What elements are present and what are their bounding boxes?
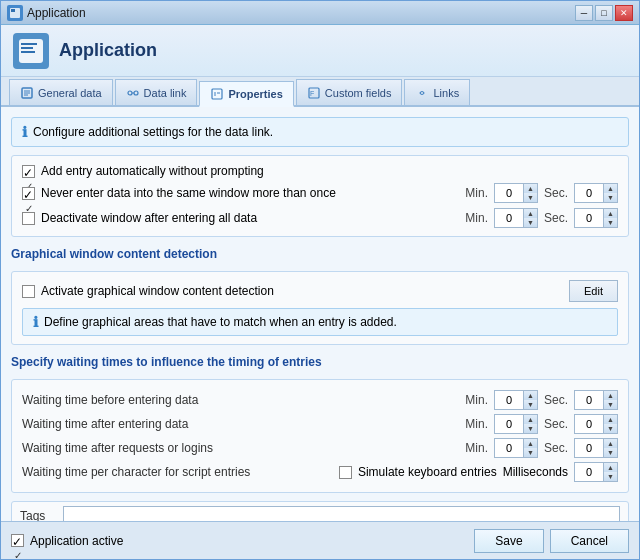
- simulate-checkbox[interactable]: [339, 466, 352, 479]
- maximize-button[interactable]: □: [595, 5, 613, 21]
- checkboxes-section: ✓ Add entry automatically without prompt…: [11, 155, 629, 237]
- w2-sec-up[interactable]: ▲: [603, 415, 617, 424]
- w3-min-input[interactable]: [495, 439, 523, 457]
- svg-rect-1: [11, 9, 15, 12]
- waiting-label-3: Waiting time after requests or logins: [22, 441, 465, 455]
- graphical-checkbox[interactable]: [22, 285, 35, 298]
- deactivate-checkbox[interactable]: [22, 212, 35, 225]
- w1-min-up[interactable]: ▲: [523, 391, 537, 400]
- tab-custom-label: Custom fields: [325, 87, 392, 99]
- edit-button[interactable]: Edit: [569, 280, 618, 302]
- w1-sec-down[interactable]: ▼: [603, 400, 617, 409]
- add-entry-label: Add entry automatically without promptin…: [41, 164, 264, 178]
- tab-custom[interactable]: F Custom fields: [296, 79, 403, 105]
- info-message: Configure additional settings for the da…: [33, 125, 273, 139]
- sec-input-2[interactable]: [575, 209, 603, 227]
- deactivate-row: Deactivate window after entering all dat…: [22, 208, 618, 228]
- tab-properties[interactable]: Properties: [199, 81, 293, 107]
- sec-spinner-1: ▲ ▼: [574, 183, 618, 203]
- sec-down-1[interactable]: ▼: [603, 193, 617, 202]
- tags-input[interactable]: [63, 506, 620, 521]
- sec-up-1[interactable]: ▲: [603, 184, 617, 193]
- waiting-row-1: Waiting time before entering data Min. ▲…: [22, 388, 618, 412]
- ms-input[interactable]: [575, 463, 603, 481]
- w2-sec-down[interactable]: ▼: [603, 424, 617, 433]
- deactivate-label: Deactivate window after entering all dat…: [41, 211, 257, 225]
- min-input-2[interactable]: [495, 209, 523, 227]
- w2-min-input[interactable]: [495, 415, 523, 433]
- tags-section: Tags: [11, 501, 629, 521]
- waiting-section: Waiting time before entering data Min. ▲…: [11, 379, 629, 493]
- tab-custom-icon: F: [307, 86, 321, 100]
- w3-sec-input[interactable]: [575, 439, 603, 457]
- min-up-2[interactable]: ▲: [523, 209, 537, 218]
- graphical-heading: Graphical window content detection: [11, 247, 629, 261]
- min-spinner-1: ▲ ▼: [494, 183, 538, 203]
- min-up-1[interactable]: ▲: [523, 184, 537, 193]
- window-title: Application: [27, 6, 86, 20]
- w3-min-down[interactable]: ▼: [523, 448, 537, 457]
- sec-input-1[interactable]: [575, 184, 603, 202]
- w2-min-down[interactable]: ▼: [523, 424, 537, 433]
- svg-point-10: [128, 91, 132, 95]
- min-label-2: Min.: [465, 211, 488, 225]
- min-down-2[interactable]: ▼: [523, 218, 537, 227]
- w1-min-down[interactable]: ▼: [523, 400, 537, 409]
- header-icon: [13, 33, 49, 69]
- add-entry-checkbox[interactable]: ✓: [22, 165, 35, 178]
- w1-min-input[interactable]: [495, 391, 523, 409]
- header-title: Application: [59, 40, 157, 61]
- save-button[interactable]: Save: [474, 529, 543, 553]
- svg-point-11: [134, 91, 138, 95]
- min-spinner-2: ▲ ▼: [494, 208, 538, 228]
- never-enter-checkbox[interactable]: ✓: [22, 187, 35, 200]
- w1-sec-input[interactable]: [575, 391, 603, 409]
- min-down-1[interactable]: ▼: [523, 193, 537, 202]
- graphical-checkbox-label: Activate graphical window content detect…: [41, 284, 274, 298]
- w2-sec-input[interactable]: [575, 415, 603, 433]
- sec-label-1: Sec.: [544, 186, 568, 200]
- tab-links-label: Links: [433, 87, 459, 99]
- tab-datalink[interactable]: Data link: [115, 79, 198, 105]
- app-active-checkbox[interactable]: ✓: [11, 534, 24, 547]
- w3-sec-up[interactable]: ▲: [603, 439, 617, 448]
- application-window: Application ─ □ ✕ Application General da…: [0, 0, 640, 560]
- info-box: ℹ Configure additional settings for the …: [11, 117, 629, 147]
- minimize-button[interactable]: ─: [575, 5, 593, 21]
- define-info-icon: ℹ: [33, 314, 38, 330]
- info-icon: ℹ: [22, 124, 27, 140]
- w3-min-up[interactable]: ▲: [523, 439, 537, 448]
- milliseconds-label: Milliseconds: [503, 465, 568, 479]
- header: Application: [1, 25, 639, 77]
- sec-down-2[interactable]: ▼: [603, 218, 617, 227]
- min-input-1[interactable]: [495, 184, 523, 202]
- tab-bar: General data Data link Properties F Cust…: [1, 77, 639, 107]
- w1-sec-up[interactable]: ▲: [603, 391, 617, 400]
- tab-links[interactable]: Links: [404, 79, 470, 105]
- waiting-row-2: Waiting time after entering data Min. ▲ …: [22, 412, 618, 436]
- waiting-row-4: Waiting time per character for script en…: [22, 460, 618, 484]
- cancel-button[interactable]: Cancel: [550, 529, 629, 553]
- tab-datalink-icon: [126, 86, 140, 100]
- waiting-heading: Specify waiting times to influence the t…: [11, 355, 629, 369]
- w3-sec-down[interactable]: ▼: [603, 448, 617, 457]
- waiting-label-4: Waiting time per character for script en…: [22, 465, 339, 479]
- app-active-label: Application active: [30, 534, 123, 548]
- w2-sec-label: Sec.: [544, 417, 568, 431]
- tab-general-label: General data: [38, 87, 102, 99]
- ms-down[interactable]: ▼: [603, 472, 617, 481]
- ms-up[interactable]: ▲: [603, 463, 617, 472]
- min-label-1: Min.: [465, 186, 488, 200]
- sec-up-2[interactable]: ▲: [603, 209, 617, 218]
- svg-rect-5: [21, 51, 35, 53]
- w2-min-up[interactable]: ▲: [523, 415, 537, 424]
- tab-general-icon: [20, 86, 34, 100]
- w3-min-label: Min.: [465, 441, 488, 455]
- define-message: Define graphical areas that have to matc…: [44, 315, 397, 329]
- define-box: ℹ Define graphical areas that have to ma…: [22, 308, 618, 336]
- svg-rect-4: [21, 47, 33, 49]
- sec-spinner-2: ▲ ▼: [574, 208, 618, 228]
- svg-rect-3: [21, 43, 37, 45]
- tab-general[interactable]: General data: [9, 79, 113, 105]
- close-button[interactable]: ✕: [615, 5, 633, 21]
